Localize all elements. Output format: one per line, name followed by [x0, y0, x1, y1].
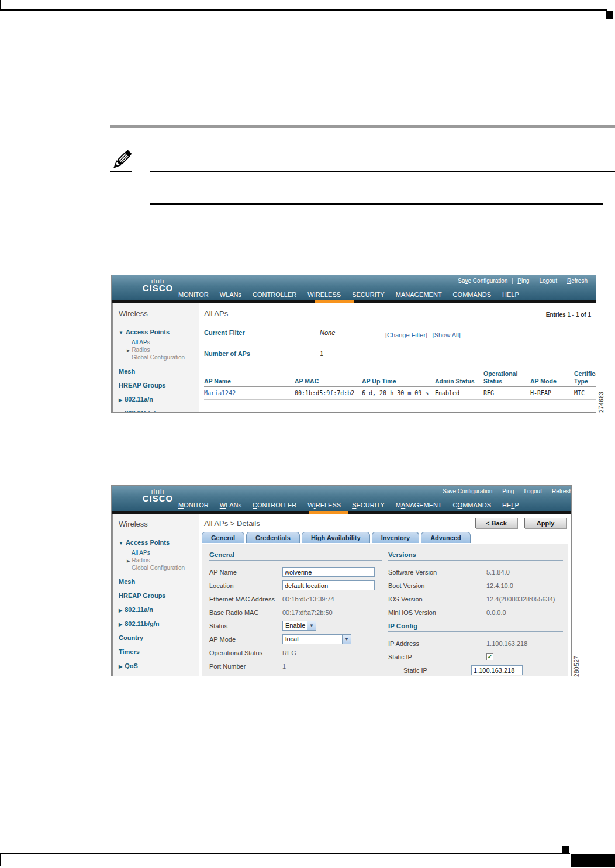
boot-version-value: 12.4.10.0	[486, 582, 513, 589]
nav-menu-item[interactable]: MONITOR	[178, 502, 209, 509]
nav-menu-item[interactable]: WIRELESS	[308, 291, 341, 298]
nav-menu-item[interactable]: WLANs	[220, 502, 241, 509]
admin-status-cell: Enabled	[435, 387, 483, 400]
sidebar-item-all-aps[interactable]: All APs	[132, 339, 199, 345]
nav-menu-item[interactable]: WLANs	[220, 291, 241, 298]
status-select[interactable]: Enable▼	[282, 621, 316, 631]
change-filter-link[interactable]: [Change Filter]	[385, 331, 427, 338]
tab[interactable]: Inventory	[372, 532, 420, 543]
nav-menu-item[interactable]: CONTROLLER	[253, 291, 296, 298]
col-ap-up-time: AP Up Time	[362, 370, 435, 387]
ap-table-row: Maria1242 00:1b:d5:9f:7d:b2 6 d, 20 h 30…	[204, 387, 596, 400]
sidebar-item-access-points[interactable]: ▼Access Points	[119, 539, 199, 546]
sidebar-item-80211an[interactable]: ▶802.11a/n	[119, 606, 199, 613]
nav-menu-item[interactable]: SECURITY	[352, 502, 385, 509]
ap-name-label: AP Name	[209, 569, 282, 576]
versions-section-header: Versions	[388, 551, 563, 561]
sidebar-item-80211bgn[interactable]: ▶802.11b/g/n	[119, 410, 199, 413]
ap-mode-select[interactable]: local▼	[282, 634, 351, 644]
static-ip-input[interactable]	[471, 665, 523, 675]
note-bottom-rule	[150, 203, 603, 205]
boot-version-label: Boot Version	[388, 582, 486, 589]
ap-table: AP Name AP MAC AP Up Time Admin Status O…	[204, 370, 596, 400]
ip-address-label: IP Address	[388, 640, 486, 647]
tab[interactable]: General	[202, 532, 244, 543]
sidebar-item-global-configuration[interactable]: Global Configuration	[132, 565, 199, 571]
figure1-number: 274683	[598, 380, 604, 413]
tab[interactable]: High Availability	[302, 532, 370, 543]
sidebar-item-qos[interactable]: ▶QoS	[119, 662, 199, 669]
nav-menu-item[interactable]: COMMANDS	[453, 502, 491, 509]
nav-menu-item[interactable]: MONITOR	[178, 291, 209, 298]
ap-mode-cell: H-REAP	[530, 387, 574, 400]
ap-name-link[interactable]: Maria1242	[204, 390, 236, 396]
static-ip-checkbox[interactable]: ✓	[486, 653, 493, 660]
detail-tabs: GeneralCredentialsHigh AvailabilityInven…	[202, 532, 471, 543]
chevron-right-icon: ▶	[119, 411, 122, 413]
sidebar-item-country[interactable]: Country	[119, 634, 199, 641]
header-link[interactable]: Logout	[534, 278, 562, 284]
chevron-right-icon: ▶	[127, 559, 130, 563]
ap-name-input[interactable]	[282, 567, 375, 577]
sidebar-item-hreap-groups[interactable]: HREAP Groups	[119, 592, 199, 599]
nav-menu: MONITORWLANsCONTROLLERWIRELESSSECURITYMA…	[178, 502, 519, 509]
nav-menu-item[interactable]: MANAGEMENT	[396, 502, 442, 509]
page-title: All APs > Details	[204, 519, 260, 528]
sidebar-item-all-aps[interactable]: All APs	[132, 549, 199, 556]
section-divider-bar	[110, 125, 615, 128]
sidebar-item-radios[interactable]: ▶Radios	[132, 347, 199, 353]
wireless-sidebar: Wireless ▼Access Points All APs ▶Radios …	[112, 514, 199, 676]
sidebar-item-timers[interactable]: Timers	[119, 648, 199, 655]
back-button[interactable]: < Back	[475, 518, 517, 528]
dropdown-arrow-icon: ▼	[307, 621, 316, 630]
ap-mac-cell: 00:1b:d5:9f:7d:b2	[295, 387, 362, 400]
nav-menu-item[interactable]: HELP	[502, 502, 519, 509]
tab[interactable]: Credentials	[246, 532, 300, 543]
header-link[interactable]: Refresh	[547, 488, 572, 494]
note-pencil-icon	[109, 147, 134, 173]
location-label: Location	[209, 582, 282, 589]
show-all-link[interactable]: [Show All]	[433, 331, 461, 338]
wlc-header: ılıılı CISCO Save ConfigurationPingLogou…	[112, 275, 596, 300]
top-left-tick	[0, 0, 1, 10]
header-link[interactable]: Ping	[512, 278, 534, 284]
header-link[interactable]: Save Configuration	[453, 278, 512, 284]
sidebar-item-hreap-groups[interactable]: HREAP Groups	[119, 382, 199, 389]
location-input[interactable]	[282, 580, 375, 590]
col-ap-mode: AP Mode	[530, 370, 574, 387]
nav-menu-item[interactable]: WIRELESS	[308, 502, 341, 509]
nav-menu-item[interactable]: SECURITY	[352, 291, 385, 298]
port-number-label: Port Number	[209, 663, 282, 670]
ios-version-label: IOS Version	[388, 596, 486, 603]
tab[interactable]: Advanced	[421, 532, 471, 543]
ap-details-main: All APs > Details < Back Apply GeneralCr…	[199, 514, 571, 676]
sidebar-item-global-configuration[interactable]: Global Configuration	[132, 354, 199, 361]
nav-menu-item[interactable]: HELP	[502, 291, 519, 298]
nav-menu-item[interactable]: CONTROLLER	[253, 502, 296, 509]
number-of-aps-value: 1	[320, 350, 323, 357]
bottom-left-tick	[0, 853, 1, 866]
chevron-right-icon: ▶	[127, 348, 130, 352]
nav-menu-item[interactable]: COMMANDS	[453, 291, 491, 298]
chevron-right-icon: ▶	[119, 608, 122, 613]
sidebar-item-80211bgn[interactable]: ▶802.11b/g/n	[119, 620, 199, 627]
header-link[interactable]: Logout	[519, 488, 547, 494]
header-link[interactable]: Refresh	[562, 278, 592, 284]
nav-menu-item[interactable]: MANAGEMENT	[396, 291, 442, 298]
sidebar-item-radios[interactable]: ▶Radios	[132, 557, 199, 563]
sidebar-heading: Wireless	[119, 309, 199, 318]
apply-button[interactable]: Apply	[524, 518, 566, 528]
sidebar-item-mesh[interactable]: Mesh	[119, 368, 199, 375]
entries-count: Entries 1 - 1 of 1	[546, 312, 591, 318]
header-link[interactable]: Save Configuration	[438, 488, 497, 494]
sidebar-item-80211an[interactable]: ▶802.11a/n	[119, 396, 199, 403]
sidebar-item-mesh[interactable]: Mesh	[119, 578, 199, 585]
static-ip-label: Static IP	[388, 667, 471, 674]
header-link[interactable]: Ping	[497, 488, 519, 494]
col-ap-mac: AP MAC	[295, 370, 362, 387]
cisco-logo: ılıılı CISCO	[137, 278, 178, 292]
ap-up-time-cell: 6 d, 20 h 30 m 09 s	[362, 387, 435, 400]
sidebar-item-access-points[interactable]: ▼Access Points	[119, 328, 199, 336]
col-admin-status: Admin Status	[435, 370, 483, 387]
checkmark-icon: ✓	[488, 654, 492, 660]
